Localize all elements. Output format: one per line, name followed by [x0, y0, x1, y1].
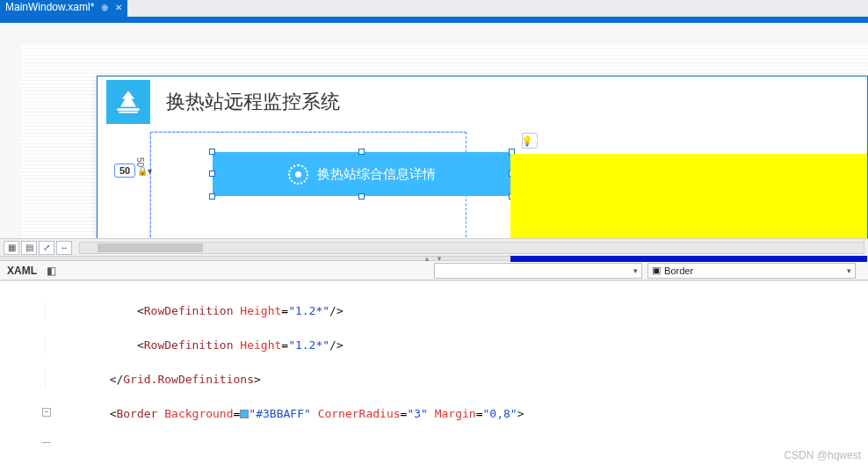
- pan-tool-button[interactable]: ↔: [56, 241, 72, 255]
- chevron-down-icon: ▾: [847, 266, 851, 275]
- color-swatch-icon[interactable]: [240, 410, 249, 418]
- svg-rect-1: [119, 112, 138, 113]
- preview-window[interactable]: 换热站远程监控系统 50 50 🔒▾ 换热站综合信息详情 💡▾: [97, 76, 868, 247]
- grid-tool-button[interactable]: ▦: [4, 241, 19, 255]
- app-header: 换热站远程监控系统: [98, 76, 867, 127]
- app-logo-icon: [106, 80, 150, 124]
- chevron-down-icon: ▾: [633, 266, 638, 275]
- ruler-vertical: [149, 133, 151, 241]
- popout-icon[interactable]: ◧: [44, 265, 58, 277]
- combo-right-text: Border: [664, 265, 693, 276]
- document-tab-title: MainWindow.xaml*: [5, 1, 94, 13]
- fold-icon[interactable]: −: [42, 442, 51, 444]
- document-tab[interactable]: MainWindow.xaml* ⊕ ✕: [0, 0, 127, 17]
- watermark: CSDN @hqwest: [784, 449, 861, 461]
- designer-footer-toolbar: ▦ ▤ ⤢ ↔: [0, 238, 868, 256]
- yellow-panel[interactable]: [510, 154, 867, 246]
- xaml-pane-header: XAML ◧ ▾ ▣ Border ▾: [0, 261, 868, 280]
- combo-square-icon: ▣: [652, 265, 661, 276]
- fold-icon[interactable]: −: [42, 408, 51, 417]
- svg-rect-0: [117, 108, 139, 111]
- document-tab-strip: MainWindow.xaml* ⊕ ✕: [0, 0, 868, 19]
- grid-outline[interactable]: 50 50 🔒▾ 换热站综合信息详情 💡▾: [150, 132, 467, 242]
- lightbulb-icon[interactable]: 💡▾: [522, 133, 538, 149]
- ruler-horizontal: [151, 131, 466, 133]
- pin-icon[interactable]: ⊕: [101, 3, 108, 12]
- row-size-indicator[interactable]: 50 🔒▾: [114, 163, 152, 178]
- selection-handles[interactable]: [213, 152, 511, 196]
- horizontal-scrollbar[interactable]: [79, 242, 864, 254]
- close-icon[interactable]: ✕: [115, 3, 122, 12]
- element-combo-right[interactable]: ▣ Border ▾: [647, 263, 856, 279]
- element-combo-left[interactable]: ▾: [434, 263, 642, 279]
- row-size-value: 50: [114, 163, 135, 178]
- xaml-code-editor[interactable]: <RowDefinition Height="1.2*"/> <RowDefin…: [0, 280, 868, 443]
- snap-tool-button[interactable]: ▤: [21, 241, 37, 255]
- lock-icon[interactable]: 🔒▾: [137, 166, 152, 176]
- xaml-tab-label[interactable]: XAML: [0, 265, 44, 277]
- zoom-tool-button[interactable]: ⤢: [39, 241, 54, 255]
- design-body: 50 50 🔒▾ 换热站综合信息详情 💡▾: [98, 127, 867, 242]
- xaml-designer-surface[interactable]: 换热站远程监控系统 50 50 🔒▾ 换热站综合信息详情 💡▾: [0, 23, 868, 256]
- app-title: 换热站远程监控系统: [166, 89, 340, 115]
- scrollbar-thumb[interactable]: [98, 243, 203, 252]
